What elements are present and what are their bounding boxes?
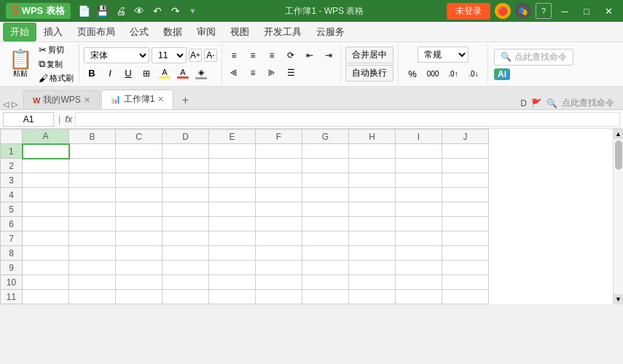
- undo-btn[interactable]: ↶: [149, 3, 165, 19]
- fx-btn[interactable]: fx: [65, 114, 72, 124]
- cell-A4[interactable]: [23, 188, 69, 202]
- cell-F9[interactable]: [256, 261, 302, 275]
- cell-B8[interactable]: [69, 246, 116, 261]
- chrome-icon[interactable]: 🔴: [495, 3, 511, 19]
- cell-A3[interactable]: [23, 173, 69, 188]
- paste-btn[interactable]: 📋 粘贴: [6, 48, 35, 80]
- cell-H7[interactable]: [349, 232, 396, 246]
- row-header-7[interactable]: 7: [1, 232, 23, 246]
- tab-ctrl-2[interactable]: ▷: [12, 100, 17, 109]
- align-top-btn[interactable]: ≡: [225, 47, 243, 63]
- cell-H6[interactable]: [349, 217, 396, 232]
- decrease-decimal-btn[interactable]: .0↓: [464, 66, 483, 82]
- cell-E7[interactable]: [209, 232, 256, 246]
- cell-H3[interactable]: [349, 173, 396, 188]
- cell-I5[interactable]: [396, 202, 442, 217]
- cell-I1[interactable]: [396, 144, 442, 159]
- cell-B1[interactable]: [69, 144, 116, 159]
- copy-btn[interactable]: ⧉ 复制: [36, 58, 76, 71]
- increase-decimal-btn[interactable]: .0↑: [444, 66, 463, 82]
- cell-A6[interactable]: [23, 217, 69, 232]
- cell-H11[interactable]: [349, 290, 396, 304]
- cell-F8[interactable]: [256, 246, 302, 261]
- cell-A2[interactable]: [23, 159, 69, 173]
- col-header-E[interactable]: E: [209, 130, 256, 144]
- percent-btn[interactable]: %: [403, 66, 422, 82]
- scroll-up-btn[interactable]: ▲: [614, 129, 623, 139]
- cell-D1[interactable]: [162, 144, 209, 159]
- cell-C6[interactable]: [116, 217, 162, 232]
- fill-color-btn[interactable]: A: [157, 66, 173, 82]
- print-btn[interactable]: 🖨: [113, 3, 129, 19]
- cell-C2[interactable]: [116, 159, 162, 173]
- justify-btn[interactable]: ☰: [282, 65, 299, 81]
- row-header-1[interactable]: 1: [1, 144, 23, 159]
- tab-action-search[interactable]: 🔍: [546, 98, 557, 108]
- cell-J4[interactable]: [442, 188, 489, 202]
- ai-btn[interactable]: Ai: [494, 68, 510, 80]
- formula-input[interactable]: [75, 112, 620, 127]
- cell-E1[interactable]: [209, 144, 256, 159]
- cell-E6[interactable]: [209, 217, 256, 232]
- cell-F10[interactable]: [256, 275, 302, 290]
- cell-E8[interactable]: [209, 246, 256, 261]
- cell-I11[interactable]: [396, 290, 442, 304]
- cell-J6[interactable]: [442, 217, 489, 232]
- cell-F11[interactable]: [256, 290, 302, 304]
- cell-C4[interactable]: [116, 188, 162, 202]
- cell-B11[interactable]: [69, 290, 116, 304]
- menu-data[interactable]: 数据: [156, 23, 189, 41]
- cell-G11[interactable]: [302, 290, 349, 304]
- border-btn[interactable]: ⊞: [138, 66, 154, 82]
- bold-btn[interactable]: B: [84, 66, 100, 82]
- menu-formula[interactable]: 公式: [122, 23, 156, 41]
- cell-B7[interactable]: [69, 232, 116, 246]
- row-header-9[interactable]: 9: [1, 261, 23, 275]
- cell-H8[interactable]: [349, 246, 396, 261]
- col-header-C[interactable]: C: [116, 130, 162, 144]
- cell-B10[interactable]: [69, 275, 116, 290]
- indent-decrease-btn[interactable]: ⇤: [301, 47, 318, 63]
- menu-review[interactable]: 审阅: [189, 23, 223, 41]
- cell-A5[interactable]: [23, 202, 69, 217]
- cell-F4[interactable]: [256, 188, 302, 202]
- cell-D4[interactable]: [162, 188, 209, 202]
- cell-J11[interactable]: [442, 290, 489, 304]
- menu-view[interactable]: 视图: [223, 23, 256, 41]
- cell-F7[interactable]: [256, 232, 302, 246]
- cell-E5[interactable]: [209, 202, 256, 217]
- highlight-btn[interactable]: ◈: [193, 66, 209, 82]
- row-header-4[interactable]: 4: [1, 188, 23, 202]
- cell-D3[interactable]: [162, 173, 209, 188]
- cell-J5[interactable]: [442, 202, 489, 217]
- cell-C7[interactable]: [116, 232, 162, 246]
- cell-C11[interactable]: [116, 290, 162, 304]
- cell-J10[interactable]: [442, 275, 489, 290]
- cell-B9[interactable]: [69, 261, 116, 275]
- cell-I2[interactable]: [396, 159, 442, 173]
- cell-G6[interactable]: [302, 217, 349, 232]
- cell-J9[interactable]: [442, 261, 489, 275]
- cell-reference-input[interactable]: [3, 112, 54, 127]
- cell-H5[interactable]: [349, 202, 396, 217]
- cell-G9[interactable]: [302, 261, 349, 275]
- cell-G1[interactable]: [302, 144, 349, 159]
- cell-B2[interactable]: [69, 159, 116, 173]
- cell-C9[interactable]: [116, 261, 162, 275]
- maximize-btn[interactable]: □: [578, 4, 595, 17]
- cell-I8[interactable]: [396, 246, 442, 261]
- col-header-A[interactable]: A: [23, 130, 69, 144]
- minimize-btn[interactable]: ─: [556, 4, 573, 17]
- tab-mywps[interactable]: W 我的WPS ✕: [23, 90, 100, 109]
- cell-H9[interactable]: [349, 261, 396, 275]
- cell-F3[interactable]: [256, 173, 302, 188]
- cell-G10[interactable]: [302, 275, 349, 290]
- menu-page-layout[interactable]: 页面布局: [70, 23, 122, 41]
- cell-C5[interactable]: [116, 202, 162, 217]
- cell-D9[interactable]: [162, 261, 209, 275]
- vertical-scrollbar[interactable]: ▲ ▼: [613, 129, 623, 304]
- merge-center-btn[interactable]: 合并居中: [345, 47, 393, 63]
- col-header-B[interactable]: B: [69, 130, 116, 144]
- cell-I4[interactable]: [396, 188, 442, 202]
- cell-D5[interactable]: [162, 202, 209, 217]
